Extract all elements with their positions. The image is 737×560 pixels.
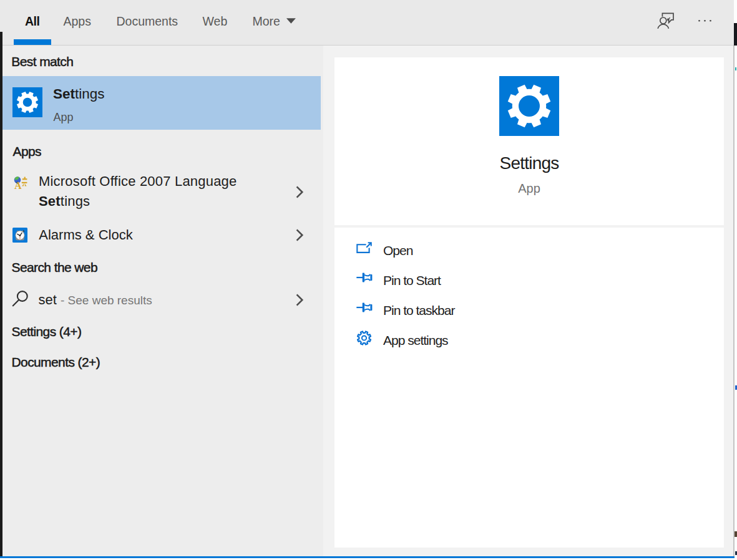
svg-text:A: A (14, 180, 22, 191)
